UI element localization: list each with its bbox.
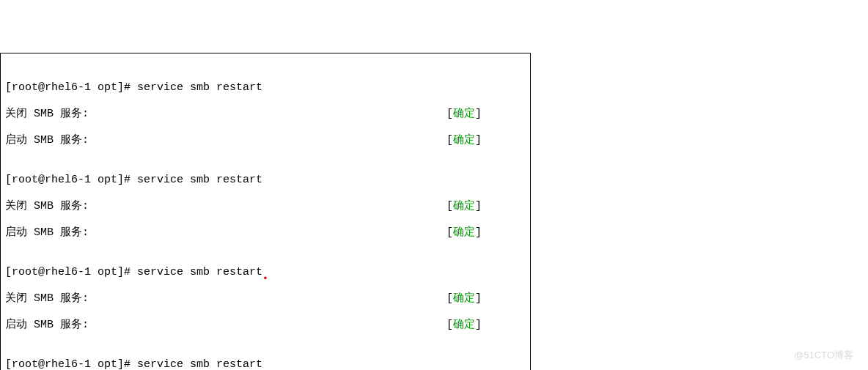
watermark: @51CTO博客: [794, 349, 853, 361]
msg-start: 启动 SMB 服务:: [5, 134, 89, 147]
msg-shutdown: 关闭 SMB 服务:: [5, 108, 89, 121]
status-ok: [确定]: [446, 319, 526, 332]
terminal-window: [root@rhel6-1 opt]# service smb restart …: [0, 53, 531, 370]
prompt: [root@rhel6-1 opt]# service smb restart: [5, 266, 262, 279]
dot-icon: •: [262, 273, 268, 285]
msg-start: 启动 SMB 服务:: [5, 319, 89, 332]
prompt: [root@rhel6-1 opt]# service smb restart: [5, 81, 262, 95]
msg-shutdown: 关闭 SMB 服务:: [5, 200, 89, 213]
prompt: [root@rhel6-1 opt]# service smb restart: [5, 358, 262, 370]
command-restart: service smb restart: [137, 358, 262, 370]
command-restart: service smb restart: [137, 174, 262, 186]
status-ok: [确定]: [446, 200, 526, 213]
status-ok: [确定]: [446, 134, 526, 147]
status-ok: [确定]: [446, 226, 526, 240]
status-ok: [确定]: [446, 292, 526, 306]
status-ok: [确定]: [446, 108, 526, 121]
prompt: [root@rhel6-1 opt]# service smb restart: [5, 174, 262, 187]
msg-start: 启动 SMB 服务:: [5, 226, 89, 240]
command-restart: service smb restart: [137, 81, 262, 94]
msg-shutdown: 关闭 SMB 服务:: [5, 292, 89, 306]
command-restart: service smb restart: [137, 266, 262, 278]
